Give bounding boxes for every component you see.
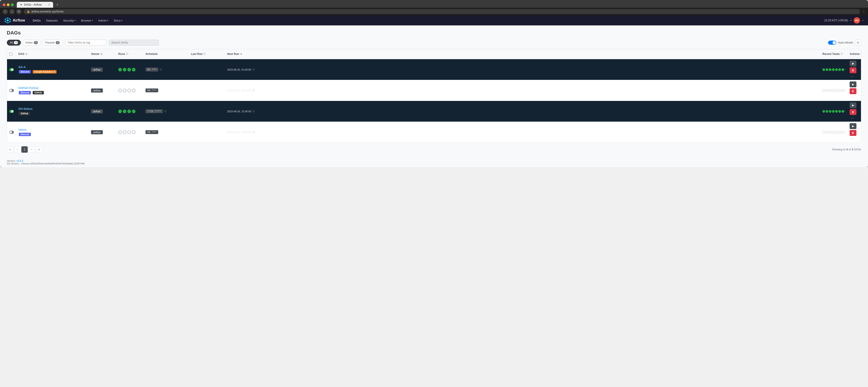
tag-ga4[interactable]: Google Analytics 4 <box>33 70 57 73</box>
user-avatar[interactable]: AU <box>854 17 860 24</box>
pagination-first[interactable]: « <box>7 146 13 153</box>
next-run-time: 2023-08-25, 00:00:00 <box>227 131 251 134</box>
tag-discord[interactable]: Discord <box>19 133 31 136</box>
select-all-checkbox[interactable] <box>9 53 12 56</box>
close-traffic-light[interactable] <box>3 3 5 6</box>
owner-sort-icon[interactable]: ⇅ <box>100 53 102 55</box>
schedule-badge: */15 **** <box>146 109 163 113</box>
recent-tasks-dots <box>823 68 845 71</box>
nav-security[interactable]: Security ▾ <box>61 18 78 23</box>
nav-datasets[interactable]: Datasets <box>44 18 60 23</box>
table-row: GA-4 Discord Google Analytics 4 airflow <box>7 59 861 80</box>
extensions-icon[interactable]: ⋮ <box>862 10 865 13</box>
run-dot <box>127 89 131 92</box>
dag-link-Uplus[interactable]: Uplus <box>19 128 27 131</box>
recent-tasks-info-icon[interactable]: ⓘ <box>840 53 843 56</box>
more-actions-button[interactable]: ⋯ <box>849 95 855 99</box>
minimize-traffic-light[interactable] <box>7 3 9 6</box>
search-input[interactable] <box>109 40 159 45</box>
brand-logo[interactable]: Airflow <box>4 17 25 24</box>
dag-table: DAG ⇅ Owner ⇅ Runs ⓘ Schedule <box>7 49 861 143</box>
tag-discord[interactable]: Discord <box>19 70 31 73</box>
dag-name-cell: Uplus Discord <box>16 127 89 138</box>
tag-github[interactable]: GitHub <box>19 112 30 115</box>
url-text[interactable]: airflow.zerohertz.xyz/home <box>31 10 64 13</box>
nav-dags[interactable]: DAGs <box>30 18 43 23</box>
task-dot <box>823 68 825 71</box>
filter-tab-active[interactable]: Active 0 <box>22 40 41 45</box>
auto-refresh-switch[interactable] <box>828 41 836 45</box>
next-run-time: 2023-08-25, 08:00:00 <box>227 89 251 92</box>
svg-line-6 <box>9 19 10 20</box>
filter-tab-all[interactable]: All 4 <box>7 40 21 45</box>
manual-refresh-button[interactable]: ↻ <box>855 39 861 46</box>
active-tab[interactable]: ✈ DAGs - Airflow ✕ <box>17 2 53 8</box>
nav-docs[interactable]: Docs ▾ <box>112 18 125 23</box>
owner-badge: airflow <box>91 109 103 114</box>
dag-toggle-GitHubFollow[interactable] <box>9 89 14 92</box>
pagination-last[interactable]: » <box>36 146 42 153</box>
run-button[interactable]: ▶ <box>849 82 857 87</box>
filter-tab-paused[interactable]: Paused 4 <box>42 40 63 45</box>
next-run-cell: 2023-08-25, 01:00:00 ⓘ <box>225 67 820 73</box>
actions-info-icon[interactable]: ⓘ <box>861 53 861 56</box>
reload-button[interactable]: ↻ <box>17 9 21 14</box>
dag-toggle-cell <box>7 108 16 114</box>
delete-button[interactable]: 🗑 <box>849 67 857 73</box>
dag-name-cell: GA-4 Discord Google Analytics 4 <box>16 64 89 75</box>
dag-toggle-Uplus[interactable] <box>9 131 14 134</box>
task-dot <box>845 89 845 92</box>
tag-filter-input[interactable] <box>65 40 106 45</box>
dag-toggle-GA4[interactable] <box>9 68 14 71</box>
schedule-info-icon[interactable]: ⓘ <box>160 68 162 71</box>
dag-toggle-GitStatus[interactable] <box>9 110 14 113</box>
table-row: Git-Status GitHub airflow <box>7 101 861 122</box>
last-run-info-icon[interactable]: ⓘ <box>204 53 206 56</box>
tag-github[interactable]: GitHub <box>33 91 44 94</box>
run-dot <box>118 68 122 71</box>
maximize-traffic-light[interactable] <box>11 3 13 6</box>
delete-button[interactable]: 🗑 <box>849 109 857 115</box>
tag-discord[interactable]: Discord <box>19 91 31 94</box>
dag-link-GitStatus[interactable]: Git-Status <box>19 107 32 110</box>
delete-button[interactable]: 🗑 <box>849 88 857 94</box>
owner-badge: airflow <box>91 89 103 93</box>
schedule-info-icon[interactable]: ⓘ <box>164 110 166 113</box>
next-run-info-icon[interactable]: ⓘ <box>252 131 255 134</box>
task-dot <box>845 110 845 113</box>
next-run-info-icon[interactable]: ⓘ <box>252 89 255 92</box>
runs-info-icon[interactable]: ⓘ <box>126 53 128 56</box>
new-tab-button[interactable]: + <box>55 2 60 7</box>
main-content: DAGs All 4 Active 0 Paused 4 <box>0 25 868 157</box>
next-run-info-icon[interactable]: ⓘ <box>252 68 255 71</box>
tab-close-button[interactable]: ✕ <box>48 3 50 6</box>
next-run-info-icon[interactable]: ⓘ <box>252 110 255 113</box>
dag-toggle-cell <box>7 129 16 135</box>
task-dot <box>829 110 832 113</box>
nav-admin[interactable]: Admin ▾ <box>96 18 111 23</box>
ssl-lock-icon: 🔒 <box>27 10 30 13</box>
user-chevron-icon[interactable]: ▾ <box>862 19 864 22</box>
pagination-current[interactable]: 1 <box>21 146 28 153</box>
run-button[interactable]: ▶ <box>849 102 857 108</box>
back-button[interactable]: ‹ <box>3 9 8 14</box>
dag-link-GitHubFollow[interactable]: GitHub-Follow <box>19 86 39 90</box>
dag-sort-icon[interactable]: ⇅ <box>25 53 27 55</box>
run-button[interactable]: ▶ <box>849 123 857 129</box>
time-chevron-icon[interactable]: ▾ <box>850 19 851 22</box>
more-actions-button[interactable]: ⋯ <box>849 74 855 78</box>
forward-button[interactable]: › <box>9 9 14 14</box>
run-button[interactable]: ▶ <box>849 61 857 66</box>
version-link[interactable]: v2.6.2 <box>17 159 23 162</box>
more-actions-button[interactable]: ⋯ <box>849 116 855 120</box>
nav-browse[interactable]: Browse ▾ <box>79 18 95 23</box>
tab-title: DAGs - Airflow <box>24 3 42 6</box>
delete-button[interactable]: 🗑 <box>849 130 857 136</box>
more-actions-button[interactable]: ⋯ <box>849 137 855 141</box>
dag-link-GA4[interactable]: GA-4 <box>19 65 25 69</box>
next-run-sort-icon[interactable]: ⇅ <box>240 53 242 55</box>
th-actions: Actions ⓘ <box>847 51 861 57</box>
runs-cell <box>116 66 143 73</box>
pagination-next[interactable]: › <box>29 146 35 153</box>
pagination-prev[interactable]: ‹ <box>14 146 21 153</box>
